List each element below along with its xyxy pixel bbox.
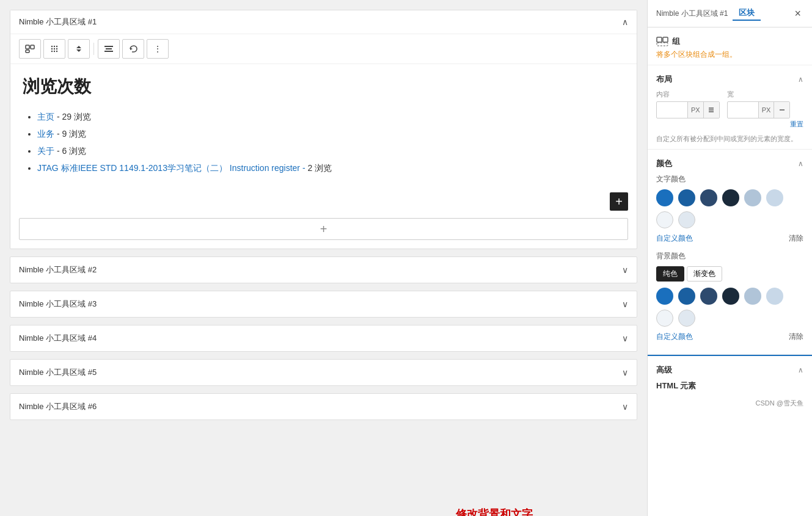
add-content-bar[interactable]: + xyxy=(19,218,628,240)
bg-color-dot-2[interactable] xyxy=(678,288,695,305)
bg-color-dot-6[interactable] xyxy=(766,288,783,305)
toolbar-undo-btn[interactable] xyxy=(122,39,144,59)
layout-section-header: 布局 ∧ xyxy=(656,74,803,85)
svg-rect-21 xyxy=(657,43,668,46)
widget-4-collapse-icon[interactable]: ∨ xyxy=(622,333,628,343)
widget-3-collapse-icon[interactable]: ∨ xyxy=(622,299,628,309)
widget-1-collapse-icon[interactable]: ∧ xyxy=(622,17,628,27)
widget-5-title: Nimble 小工具区域 #5 xyxy=(19,367,97,378)
svg-point-11 xyxy=(56,51,57,52)
layout-row: 内容 PX 宽 PX xyxy=(656,90,803,118)
toolbar-align-btn[interactable] xyxy=(98,39,120,59)
widget-panel-5: Nimble 小工具区域 #5 ∨ xyxy=(10,359,637,386)
text-color-dot-3[interactable] xyxy=(700,189,717,206)
widget-3-header[interactable]: Nimble 小工具区域 #3 ∨ xyxy=(10,291,637,317)
add-block-row: + xyxy=(10,187,637,216)
text-color-dot-5[interactable] xyxy=(744,189,761,206)
sidebar-widget-ref: Nimble 小工具区域 #1 xyxy=(656,9,728,19)
bg-tab-solid[interactable]: 纯色 xyxy=(656,266,684,282)
html-element-row: HTML 元素 xyxy=(656,380,803,391)
annotation-text: 修改背景和文字 xyxy=(456,508,533,516)
reset-btn[interactable]: 重置 xyxy=(656,118,803,130)
svg-rect-1 xyxy=(31,45,34,49)
text-color-dot-8[interactable] xyxy=(678,211,695,228)
layout-section-title: 布局 xyxy=(656,74,672,85)
layout-collapse-icon[interactable]: ∧ xyxy=(798,75,803,84)
color-collapse-icon[interactable]: ∧ xyxy=(798,159,803,168)
page-link-about[interactable]: 关于 xyxy=(37,146,54,156)
page-link-home[interactable]: 主页 xyxy=(37,112,54,122)
color-section-header: 颜色 ∧ xyxy=(656,158,803,169)
advanced-section-title: 高级 xyxy=(656,365,672,376)
widget-6-header[interactable]: Nimble 小工具区域 #6 ∨ xyxy=(10,394,637,420)
svg-point-8 xyxy=(56,48,57,49)
widget-5-header[interactable]: Nimble 小工具区域 #5 ∨ xyxy=(10,360,637,385)
advanced-section-header: 高级 ∧ xyxy=(656,365,803,376)
bg-color-dot-5[interactable] xyxy=(744,288,761,305)
list-item: JTAG 标准IEEE STD 1149.1-2013学习笔记（二） Instr… xyxy=(37,159,624,176)
width-icon-btn[interactable] xyxy=(774,102,789,118)
widget-1-content: 浏览次数 主页 - 29 浏览 业务 - 9 浏览 关于 - 6 浏览 JTAG… xyxy=(10,64,637,187)
widget-panel-2: Nimble 小工具区域 #2 ∨ xyxy=(10,256,637,283)
width-input-row: PX xyxy=(727,101,791,118)
toolbar-grid-btn[interactable] xyxy=(43,39,65,59)
page-count-home: - 29 浏览 xyxy=(57,112,91,122)
bg-tab-gradient[interactable]: 渐变色 xyxy=(687,266,722,282)
toolbar-updown-btn[interactable] xyxy=(68,39,90,59)
page-link-business[interactable]: 业务 xyxy=(37,129,54,139)
svg-marker-17 xyxy=(130,48,133,50)
toolbar-sep-1 xyxy=(93,43,94,55)
bg-color-dot-1[interactable] xyxy=(656,288,673,305)
text-color-dot-2[interactable] xyxy=(678,189,695,206)
list-item: 关于 - 6 浏览 xyxy=(37,142,624,159)
content-icon-btn[interactable] xyxy=(703,102,719,118)
group-row: 组 xyxy=(656,36,803,47)
svg-point-6 xyxy=(51,48,53,49)
bg-custom-color-link[interactable]: 自定义颜色 xyxy=(656,332,693,342)
text-color-dot-6[interactable] xyxy=(766,189,783,206)
html-element-label: HTML 元素 xyxy=(656,380,696,391)
group-section: 组 将多个区块组合成一组。 xyxy=(648,27,812,65)
svg-point-10 xyxy=(54,51,55,52)
bg-color-dot-4[interactable] xyxy=(722,288,739,305)
widget-6-collapse-icon[interactable]: ∨ xyxy=(622,402,628,412)
widget-6-title: Nimble 小工具区域 #6 xyxy=(19,401,97,412)
widget-5-collapse-icon[interactable]: ∨ xyxy=(622,368,628,377)
text-color-dot-1[interactable] xyxy=(656,189,673,206)
widget-panel-3: Nimble 小工具区域 #3 ∨ xyxy=(10,291,637,318)
bg-clear-link[interactable]: 清除 xyxy=(789,332,803,342)
bg-color-dot-8[interactable] xyxy=(678,310,695,327)
widget-1-content-title: 浏览次数 xyxy=(23,75,624,98)
page-count-about: - 6 浏览 xyxy=(57,146,86,156)
annotation: 修改背景和文字 xyxy=(456,507,647,516)
widget-2-header[interactable]: Nimble 小工具区域 #2 ∨ xyxy=(10,257,637,283)
page-views-list: 主页 - 29 浏览 业务 - 9 浏览 关于 - 6 浏览 JTAG 标准IE… xyxy=(23,108,624,176)
sidebar-close-btn[interactable]: × xyxy=(792,7,803,20)
sidebar-header: Nimble 小工具区域 #1 区块 × xyxy=(648,0,812,27)
text-clear-link[interactable]: 清除 xyxy=(789,233,803,244)
widget-panel-1: Nimble 小工具区域 #1 ∧ xyxy=(10,10,637,249)
content-input[interactable] xyxy=(657,104,687,115)
advanced-section: 高级 ∧ HTML 元素 xyxy=(648,355,812,396)
advanced-collapse-icon[interactable]: ∧ xyxy=(798,366,803,374)
svg-marker-12 xyxy=(76,46,81,48)
add-block-dark-btn[interactable]: + xyxy=(610,192,628,211)
tab-block[interactable]: 区块 xyxy=(733,6,761,21)
text-color-label: 文字颜色 xyxy=(656,174,803,184)
content-unit: PX xyxy=(687,102,703,118)
list-item: 主页 - 29 浏览 xyxy=(37,108,624,125)
bg-color-dot-7[interactable] xyxy=(656,310,673,327)
bg-color-dot-3[interactable] xyxy=(700,288,717,305)
color-section-title: 颜色 xyxy=(656,158,672,169)
toolbar-embed-btn[interactable] xyxy=(19,39,41,59)
widget-2-collapse-icon[interactable]: ∨ xyxy=(622,265,628,275)
toolbar-more-btn[interactable]: ⋮ xyxy=(147,39,169,59)
width-input[interactable] xyxy=(728,104,758,115)
text-custom-color-link[interactable]: 自定义颜色 xyxy=(656,233,693,244)
widget-4-header[interactable]: Nimble 小工具区域 #4 ∨ xyxy=(10,325,637,351)
bg-tabs: 纯色 渐变色 xyxy=(656,266,803,282)
text-color-dot-4[interactable] xyxy=(722,189,739,206)
text-color-dot-7[interactable] xyxy=(656,211,673,228)
page-link-jtag[interactable]: JTAG 标准IEEE STD 1149.1-2013学习笔记（二） Instr… xyxy=(37,163,305,173)
bg-color-dots xyxy=(656,288,803,305)
